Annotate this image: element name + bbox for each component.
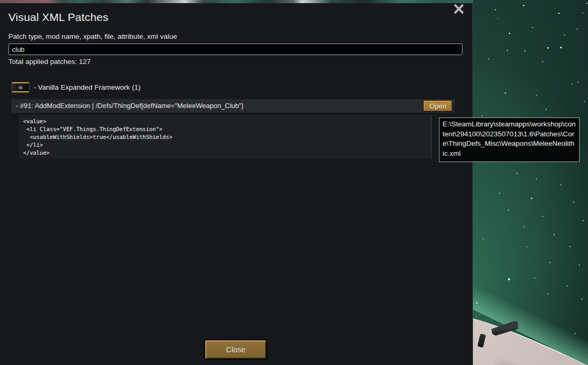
close-button[interactable]: Close [205,340,267,359]
search-input[interactable] [8,44,463,55]
patch-row[interactable]: - #91: AddModExtension | /Defs/ThingDef[… [12,99,455,113]
file-path-tooltip: E:\SteamLibrary\steamapps\workshop\conte… [439,117,580,162]
patch-xml-code: <value> <li Class="VEF.Things.ThingDefEx… [19,115,432,158]
page-title: Visual XML Patches [8,11,108,24]
total-patches-label: Total applied patches: 127 [8,58,91,66]
open-button[interactable]: Open [423,100,453,112]
patch-header-label: - #91: AddModExtension | /Defs/ThingDef[… [16,102,243,110]
mod-icon: ☠ [12,82,29,93]
planet-atmosphere-glow [457,281,588,365]
mod-group-header[interactable]: ☠ - Vanilla Expanded Framework (1) [12,81,141,93]
close-icon[interactable] [452,2,466,16]
filter-hint-label: Patch type, mod name, xpath, file, attri… [8,33,177,40]
mod-group-label: - Vanilla Expanded Framework (1) [34,83,141,91]
visual-xml-patches-dialog: Visual XML Patches Patch type, mod name,… [0,3,473,365]
